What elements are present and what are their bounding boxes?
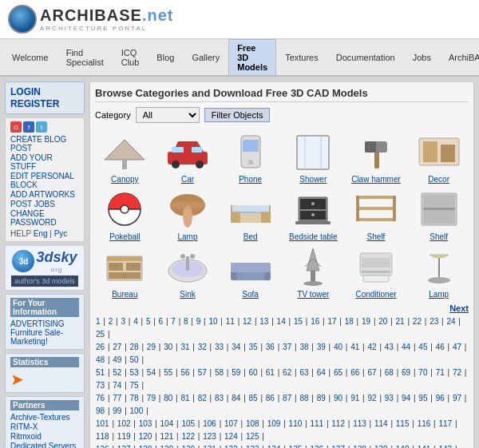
help-eng-link[interactable]: Eng <box>34 229 48 238</box>
login-link[interactable]: LOGIN <box>10 86 79 97</box>
model-hammer[interactable]: Claw hammer <box>346 129 406 184</box>
page-link-104[interactable]: 104 <box>160 419 174 428</box>
page-link-132[interactable]: 132 <box>224 445 238 448</box>
page-link-27[interactable]: 27 <box>113 343 121 351</box>
model-bureau-label[interactable]: Bureau <box>95 290 155 299</box>
add-artworks-link[interactable]: ADD ARTWORKS <box>10 190 79 199</box>
model-shelf1-label[interactable]: Shelf <box>346 232 406 241</box>
page-link-99[interactable]: 99 <box>113 406 121 415</box>
edit-personal-block-link[interactable]: EDIT PERSONAL BLOCK <box>10 172 79 189</box>
page-link-119[interactable]: 119 <box>117 432 131 441</box>
page-link-100[interactable]: 100 <box>130 406 144 415</box>
page-link-15[interactable]: 15 <box>294 317 303 326</box>
model-lamp-label[interactable]: Lamp <box>158 232 218 241</box>
page-link-134[interactable]: 134 <box>267 445 281 448</box>
model-decor-label[interactable]: Decor <box>409 175 469 184</box>
page-link-47[interactable]: 47 <box>453 343 461 351</box>
model-hammer-label[interactable]: Claw hammer <box>346 175 406 184</box>
page-link-118[interactable]: 118 <box>96 432 109 441</box>
partner-archive-textures[interactable]: Archive-Textures <box>10 413 79 422</box>
page-link-74[interactable]: 74 <box>113 381 121 390</box>
nav-find-specialist[interactable]: Find Specialist <box>57 44 113 70</box>
page-link-62[interactable]: 62 <box>283 368 291 377</box>
page-link-98[interactable]: 98 <box>96 406 105 415</box>
filter-button[interactable]: Filter Objects <box>204 108 271 122</box>
model-tvtower-label[interactable]: TV tower <box>283 290 343 299</box>
next-button[interactable]: Next <box>449 303 469 313</box>
page-link-46[interactable]: 46 <box>436 343 445 351</box>
page-link-101[interactable]: 101 <box>96 419 109 428</box>
page-link-7[interactable]: 7 <box>171 317 176 326</box>
page-link-96[interactable]: 96 <box>436 394 445 402</box>
page-link-18[interactable]: 18 <box>345 317 354 326</box>
model-sofa-label[interactable]: Sofa <box>220 290 280 299</box>
page-link-90[interactable]: 90 <box>334 394 342 402</box>
page-link-51[interactable]: 51 <box>96 368 105 377</box>
page-link-72[interactable]: 72 <box>453 368 461 377</box>
model-lamp2-label[interactable]: Lamp <box>409 290 469 299</box>
page-link-89[interactable]: 89 <box>317 394 326 402</box>
page-link-137[interactable]: 137 <box>331 445 345 448</box>
page-link-87[interactable]: 87 <box>283 394 291 402</box>
page-link-130[interactable]: 130 <box>181 445 195 448</box>
model-car[interactable]: Car <box>158 129 218 184</box>
model-shower-label[interactable]: Shower <box>283 175 343 184</box>
page-link-86[interactable]: 86 <box>266 394 275 402</box>
page-link-24[interactable]: 24 <box>446 317 455 326</box>
page-link-36[interactable]: 36 <box>266 343 275 351</box>
page-link-71[interactable]: 71 <box>436 368 445 377</box>
page-link-38[interactable]: 38 <box>299 343 308 351</box>
page-link-115[interactable]: 115 <box>396 419 410 428</box>
page-link-116[interactable]: 116 <box>418 419 431 428</box>
nav-free-3d[interactable]: Free 3D Models <box>228 39 276 75</box>
page-link-37[interactable]: 37 <box>283 343 291 351</box>
help-rus-link[interactable]: Рус <box>54 229 68 238</box>
page-link-110[interactable]: 110 <box>289 419 303 428</box>
page-link-10[interactable]: 10 <box>208 317 217 326</box>
page-link-105[interactable]: 105 <box>181 419 195 428</box>
page-link-103[interactable]: 103 <box>139 419 152 428</box>
model-bed-label[interactable]: Bed <box>220 232 280 241</box>
twitter-share-icon[interactable]: t <box>36 121 47 133</box>
add-your-stuff-link[interactable]: ADD YOUR STUFF <box>10 153 79 171</box>
page-link-93[interactable]: 93 <box>385 394 394 402</box>
partner-ritmxoid[interactable]: Ritmxoid <box>10 432 79 441</box>
post-jobs-link[interactable]: POST JOBS <box>10 200 79 208</box>
page-link-52[interactable]: 52 <box>113 368 121 377</box>
page-link-107[interactable]: 107 <box>224 419 238 428</box>
page-link-136[interactable]: 136 <box>310 445 323 448</box>
page-link-9[interactable]: 9 <box>196 317 201 326</box>
page-link-19[interactable]: 19 <box>362 317 370 326</box>
page-link-11[interactable]: 11 <box>226 317 235 326</box>
page-link-114[interactable]: 114 <box>374 419 388 428</box>
model-sofa[interactable]: Sofa <box>220 244 280 299</box>
page-link-28[interactable]: 28 <box>130 343 139 351</box>
page-link-20[interactable]: 20 <box>378 317 387 326</box>
page-link-91[interactable]: 91 <box>350 394 359 402</box>
page-link-8[interactable]: 8 <box>184 317 188 326</box>
model-phone-label[interactable]: Phone <box>220 175 280 184</box>
model-bed[interactable]: Bed <box>220 187 280 241</box>
sky-box[interactable]: 3d 3dsky org author's 3d models <box>5 245 85 291</box>
page-link-128[interactable]: 128 <box>139 445 152 448</box>
page-link-135[interactable]: 135 <box>289 445 303 448</box>
page-link-108[interactable]: 108 <box>246 419 259 428</box>
partner-ritm-x[interactable]: RITM-X <box>10 422 79 431</box>
nav-icq-club[interactable]: ICQ Club <box>113 44 148 70</box>
page-link-39[interactable]: 39 <box>317 343 326 351</box>
page-link-85[interactable]: 85 <box>249 394 258 402</box>
model-lamp[interactable]: Lamp <box>158 187 218 241</box>
page-link-140[interactable]: 140 <box>396 445 410 448</box>
page-link-69[interactable]: 69 <box>402 368 410 377</box>
page-link-13[interactable]: 13 <box>259 317 268 326</box>
model-canopy[interactable]: Canopy <box>95 129 155 184</box>
page-link-44[interactable]: 44 <box>402 343 410 351</box>
page-link-75[interactable]: 75 <box>130 381 139 390</box>
page-link-56[interactable]: 56 <box>180 368 189 377</box>
page-link-30[interactable]: 30 <box>164 343 172 351</box>
page-link-35[interactable]: 35 <box>249 343 258 351</box>
page-link-80[interactable]: 80 <box>164 394 172 402</box>
page-link-78[interactable]: 78 <box>130 394 139 402</box>
page-link-142[interactable]: 142 <box>439 445 453 448</box>
page-link-16[interactable]: 16 <box>311 317 319 326</box>
